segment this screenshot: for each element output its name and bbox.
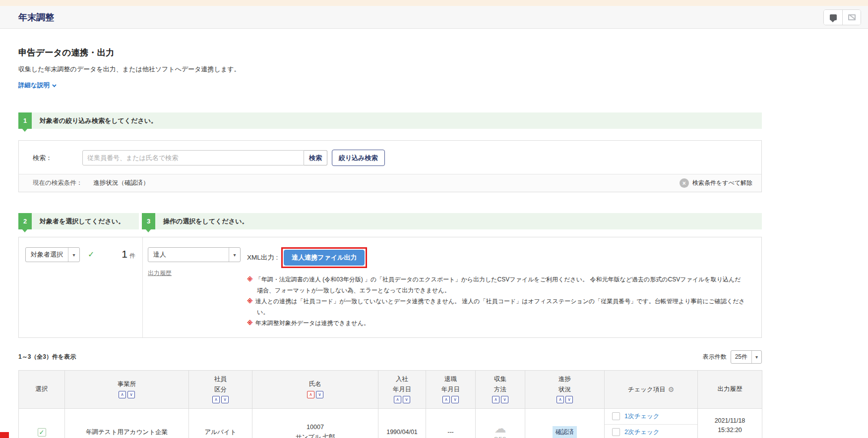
step-3-badge: 3 bbox=[142, 213, 155, 229]
cell-retire-date: --- bbox=[426, 409, 476, 438]
employee-number: 10007 bbox=[252, 422, 378, 432]
sort-control: ∧ ∨ bbox=[442, 396, 459, 403]
comment-button[interactable] bbox=[824, 10, 842, 25]
employee-name: サンプル 七郎 bbox=[252, 432, 378, 438]
cell-office: 年調テスト用アカウント企業 bbox=[65, 409, 189, 438]
clear-all-conditions-button[interactable]: × 検索条件をすべて解除 bbox=[680, 178, 752, 188]
header-office-label: 事業所 bbox=[118, 381, 136, 388]
row-checkbox-checked[interactable]: ✓ bbox=[38, 428, 46, 437]
tatsujin-export-button[interactable]: 達人連携ファイル出力 bbox=[284, 250, 365, 266]
operation-row: 達人 ▾ 出力履歴 XML出力 : 達人連携ファイル出力 ※「年調・法定調 bbox=[148, 247, 753, 328]
notes-block: ※「年調・法定調書の達人 (令和03年分版) 」の「社員データのエクスポート」か… bbox=[247, 274, 745, 328]
current-condition-label: 現在の検索条件： bbox=[33, 179, 82, 187]
filter-search-button[interactable]: 絞り込み検索 bbox=[332, 150, 385, 166]
step-1-label: 対象者の絞り込み検索をしてください。 bbox=[40, 116, 157, 125]
check-item: 2次チェック bbox=[605, 424, 697, 438]
per-page-control: 表示件数 25件 ▾ bbox=[703, 350, 762, 364]
software-select-dropdown[interactable]: 達人 ▾ bbox=[148, 247, 241, 262]
sort-up-icon-active[interactable]: ∧ bbox=[307, 391, 314, 398]
selected-count: 1 件 bbox=[122, 248, 135, 260]
sort-up-icon[interactable]: ∧ bbox=[119, 391, 126, 398]
cell-employee-type: アルバイト bbox=[189, 409, 252, 438]
xml-export-row: XML出力 : 達人連携ファイル出力 bbox=[247, 247, 753, 268]
note-text: 達人との連携は「社員コード」が一致していないとデータ連携できません。 達人の「社… bbox=[255, 298, 745, 316]
table-header-row: 選択 事業所 ∧ ∨ 社員 区分 bbox=[19, 371, 762, 409]
search-row: 検索： 検索 絞り込み検索 bbox=[19, 141, 761, 174]
output-history-link[interactable]: 出力履歴 bbox=[148, 269, 172, 277]
note-mark-icon: ※ bbox=[247, 320, 253, 327]
cell-collect-method: ☁ OFS bbox=[476, 409, 525, 438]
steps-2-3-row: 2 対象者を選択してください。 3 操作の選択をしてください。 bbox=[18, 213, 762, 229]
selected-count-number: 1 bbox=[122, 248, 127, 260]
software-column: 達人 ▾ 出力履歴 bbox=[148, 247, 247, 277]
check-item-link[interactable]: 1次チェック bbox=[624, 412, 660, 421]
search-label: 検索： bbox=[33, 154, 82, 163]
sort-down-icon[interactable]: ∨ bbox=[565, 396, 573, 403]
comment-icon bbox=[830, 14, 837, 20]
current-condition-row: 現在の検索条件： 進捗状況（確認済） × 検索条件をすべて解除 bbox=[19, 174, 761, 192]
xml-output-label: XML出力 : bbox=[247, 253, 278, 262]
header-check-items: チェック項目 ⚙ bbox=[605, 371, 698, 409]
header-output-history-label: 出力履歴 bbox=[718, 385, 743, 393]
cell-progress-status: 確認済 bbox=[525, 409, 605, 438]
detail-description-link[interactable]: 詳細な説明 bbox=[18, 81, 55, 90]
sort-down-icon[interactable]: ∨ bbox=[451, 396, 459, 403]
sort-down-icon[interactable]: ∨ bbox=[221, 396, 229, 403]
note-text: 年末調整対象外データは連携できません。 bbox=[255, 320, 370, 327]
target-selection-section: 対象者選択 ▾ ✓ 1 件 bbox=[19, 237, 143, 337]
cell-output-history: 2021/11/18 15:32:20 マニュアル 太郎 bbox=[698, 409, 762, 438]
sort-down-icon[interactable]: ∨ bbox=[501, 396, 508, 403]
header-hire-label2: 年月日 bbox=[393, 386, 412, 394]
page-title: 申告データの連携・出力 bbox=[18, 47, 762, 58]
selected-count-unit: 件 bbox=[129, 252, 135, 260]
sort-up-icon[interactable]: ∧ bbox=[492, 396, 499, 403]
sort-up-icon[interactable]: ∧ bbox=[557, 396, 564, 403]
gear-icon[interactable]: ⚙ bbox=[668, 385, 675, 393]
collect-method-label: OFS bbox=[494, 436, 507, 438]
per-page-value: 25件 bbox=[731, 353, 751, 361]
search-button[interactable]: 検索 bbox=[304, 150, 327, 165]
note-mark-icon: ※ bbox=[247, 276, 253, 283]
main-content: 申告データの連携・出力 収集した年末調整のデータを出力、または他社ソフトへデータ… bbox=[18, 47, 762, 438]
selected-check-icon: ✓ bbox=[88, 250, 94, 259]
header-collect-method: 収集 方法 ∧ ∨ bbox=[476, 371, 525, 409]
sort-control: ∧ ∨ bbox=[212, 396, 229, 403]
cell-check-items: 1次チェック 2次チェック 3次チェック bbox=[605, 409, 698, 438]
clear-icon: × bbox=[680, 178, 689, 188]
search-input[interactable] bbox=[82, 150, 304, 165]
result-range-text: 1～3（全3）件を表示 bbox=[18, 353, 76, 361]
check-item-checkbox[interactable] bbox=[612, 412, 620, 420]
header-collect-label2: 方法 bbox=[494, 386, 506, 394]
chevron-down-icon bbox=[52, 83, 56, 87]
check-item: 1次チェック bbox=[605, 409, 697, 424]
current-condition-value: 進捗状況（確認済） bbox=[93, 179, 149, 187]
target-select-dropdown[interactable]: 対象者選択 ▾ bbox=[25, 247, 80, 262]
header-employee-type-label2: 区分 bbox=[214, 386, 227, 394]
display-off-button[interactable] bbox=[842, 10, 861, 25]
cell-select: ✓ bbox=[19, 409, 65, 438]
sort-up-icon[interactable]: ∧ bbox=[394, 396, 401, 403]
check-item-link[interactable]: 2次チェック bbox=[624, 428, 660, 437]
software-select-value: 達人 bbox=[148, 250, 229, 259]
output-date: 2021/11/18 bbox=[698, 416, 762, 426]
sort-up-icon[interactable]: ∧ bbox=[442, 396, 450, 403]
check-item-checkbox[interactable] bbox=[612, 428, 620, 436]
export-column: XML出力 : 達人連携ファイル出力 ※「年調・法定調書の達人 (令和03年分版… bbox=[247, 247, 753, 328]
header-check-items-label: チェック項目 bbox=[628, 385, 666, 394]
header-office: 事業所 ∧ ∨ bbox=[65, 371, 189, 409]
sort-down-icon[interactable]: ∨ bbox=[127, 391, 135, 398]
per-page-select-dropdown[interactable]: 25件 ▾ bbox=[731, 350, 762, 364]
app-title: 年末調整 bbox=[18, 11, 54, 23]
per-page-label: 表示件数 bbox=[703, 353, 727, 361]
note-line: ※達人との連携は「社員コード」が一致していないとデータ連携できません。 達人の「… bbox=[247, 296, 745, 318]
sort-down-icon[interactable]: ∨ bbox=[316, 391, 323, 398]
sort-down-icon[interactable]: ∨ bbox=[403, 396, 410, 403]
sort-control: ∧ ∨ bbox=[307, 391, 323, 398]
header-employee-type-label: 社員 bbox=[214, 376, 227, 383]
operation-selection-section: 達人 ▾ 出力履歴 XML出力 : 達人連携ファイル出力 ※「年調・法定調 bbox=[143, 237, 761, 337]
sort-up-icon[interactable]: ∧ bbox=[212, 396, 220, 403]
caret-down-icon: ▾ bbox=[751, 351, 761, 363]
detail-link-label: 詳細な説明 bbox=[18, 81, 50, 90]
note-mark-icon: ※ bbox=[247, 298, 253, 305]
header-name: 氏名 ∧ ∨ bbox=[252, 371, 378, 409]
